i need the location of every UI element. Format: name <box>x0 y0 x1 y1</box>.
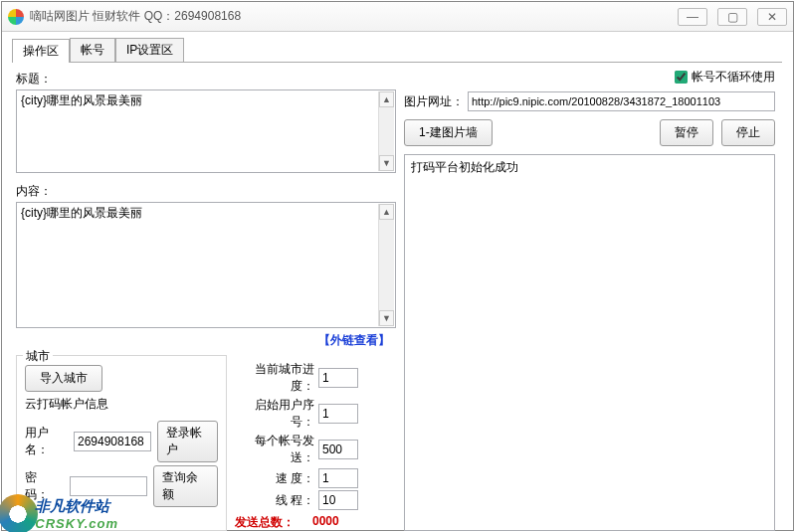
scroll-down-icon[interactable]: ▼ <box>379 155 394 171</box>
scrollbar[interactable]: ▲ ▼ <box>378 204 394 326</box>
scroll-up-icon[interactable]: ▲ <box>379 91 394 107</box>
send-total-label: 发送总数： <box>235 514 295 531</box>
import-city-button[interactable]: 导入城市 <box>25 365 102 392</box>
cloud-dama-label: 云打码帐户信息 <box>25 396 218 413</box>
minimize-button[interactable]: — <box>678 8 707 26</box>
thread-label: 线 程： <box>235 492 314 509</box>
city-legend: 城市 <box>23 348 53 365</box>
right-column: 帐号不循环使用 图片网址： 1-建图片墙 暂停 停止 打码平台初始化成功 <box>404 69 779 531</box>
image-url-label: 图片网址： <box>404 93 464 110</box>
app-icon <box>8 9 24 25</box>
thread-input[interactable] <box>318 490 358 510</box>
main-window: 嘀咕网图片 恒财软件 QQ：2694908168 — ▢ ✕ 操作区 帐号 IP… <box>1 1 794 531</box>
city-groupbox: 城市 导入城市 云打码帐户信息 用户名： 登录帐户 密 码： 查询余额 <box>16 355 227 531</box>
start-user-input[interactable] <box>318 404 358 424</box>
query-balance-button[interactable]: 查询余额 <box>153 465 218 507</box>
no-loop-check[interactable]: 帐号不循环使用 <box>404 69 775 86</box>
pause-button[interactable]: 暂停 <box>660 119 713 146</box>
tab-operation[interactable]: 操作区 <box>12 39 70 63</box>
scroll-up-icon[interactable]: ▲ <box>379 204 394 220</box>
tab-account[interactable]: 帐号 <box>70 38 115 62</box>
window-controls: — ▢ ✕ <box>678 8 787 26</box>
speed-input[interactable] <box>318 468 358 488</box>
left-column: 标题： {city}哪里的风景最美丽 ▲ ▼ 内容： {city}哪里的风景最美… <box>16 69 396 531</box>
maximize-button[interactable]: ▢ <box>717 8 747 26</box>
titlebar: 嘀咕网图片 恒财软件 QQ：2694908168 — ▢ ✕ <box>2 2 793 32</box>
client-area: 操作区 帐号 IP设置区 标题： {city}哪里的风景最美丽 ▲ ▼ 内容： … <box>2 32 793 530</box>
scroll-track[interactable] <box>379 108 394 154</box>
per-account-label: 每个帐号发送： <box>235 433 314 466</box>
close-button[interactable]: ✕ <box>757 8 787 26</box>
send-total-value: 0000 <box>312 514 339 531</box>
speed-label: 速 度： <box>235 470 314 487</box>
scroll-down-icon[interactable]: ▼ <box>379 310 394 326</box>
content-label: 内容： <box>16 183 396 200</box>
stats-column: 当前城市进度： 启始用户序号： 每个帐号发送： 速 度： 线 程： 发送总数： … <box>235 353 358 531</box>
password-input[interactable] <box>70 476 147 496</box>
content-text: {city}哪里的风景最美丽 <box>17 203 395 224</box>
log-textarea[interactable]: 打码平台初始化成功 <box>404 154 775 531</box>
image-url-input[interactable] <box>468 91 775 111</box>
tab-ip-settings[interactable]: IP设置区 <box>115 38 184 62</box>
title-label: 标题： <box>16 71 396 88</box>
no-loop-label: 帐号不循环使用 <box>692 69 775 86</box>
start-user-label: 启始用户序号： <box>235 397 314 431</box>
cur-city-label: 当前城市进度： <box>235 361 314 395</box>
scroll-track[interactable] <box>379 221 394 309</box>
content-textarea[interactable]: {city}哪里的风景最美丽 ▲ ▼ <box>16 202 396 328</box>
password-label: 密 码： <box>25 469 64 503</box>
username-input[interactable] <box>74 432 151 451</box>
build-image-wall-button[interactable]: 1-建图片墙 <box>404 119 493 146</box>
title-text: {city}哪里的风景最美丽 <box>17 90 395 111</box>
log-text: 打码平台初始化成功 <box>411 160 518 174</box>
title-textarea[interactable]: {city}哪里的风景最美丽 ▲ ▼ <box>16 89 396 173</box>
tab-bar: 操作区 帐号 IP设置区 <box>12 40 783 62</box>
cur-city-input[interactable] <box>318 368 358 388</box>
window-title: 嘀咕网图片 恒财软件 QQ：2694908168 <box>30 8 678 25</box>
no-loop-checkbox[interactable] <box>675 71 688 84</box>
scrollbar[interactable]: ▲ ▼ <box>378 91 394 171</box>
per-account-input[interactable] <box>318 440 358 459</box>
bottom-area: 城市 导入城市 云打码帐户信息 用户名： 登录帐户 密 码： 查询余额 <box>16 353 396 531</box>
username-label: 用户名： <box>25 425 68 458</box>
login-account-button[interactable]: 登录帐户 <box>157 421 218 462</box>
tab-content: 标题： {city}哪里的风景最美丽 ▲ ▼ 内容： {city}哪里的风景最美… <box>12 63 783 531</box>
stop-button[interactable]: 停止 <box>721 119 775 146</box>
external-link-label[interactable]: 【外链查看】 <box>16 332 390 349</box>
